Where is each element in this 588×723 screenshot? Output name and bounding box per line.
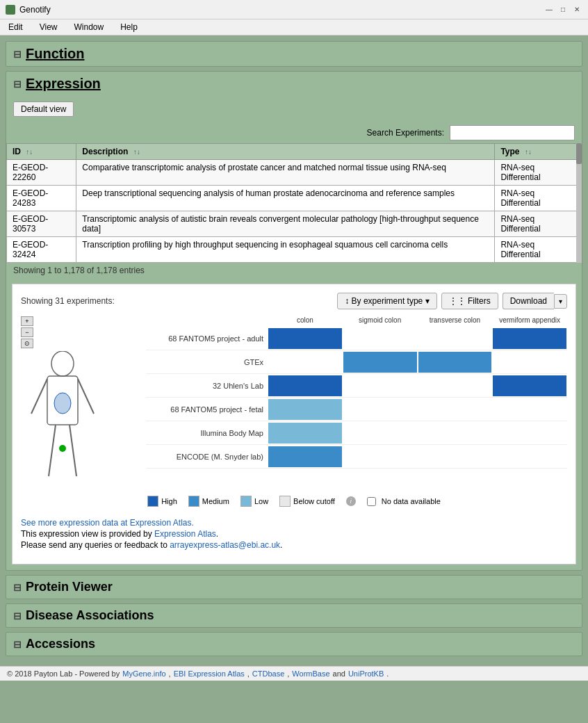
expression-section: ⊟ Expression Default view Search Experim… [6, 71, 582, 571]
email-link[interactable]: arrayexpress-atlas@ebi.ac.uk [170, 540, 280, 550]
heatmap-row-label: Illumina Body Map [146, 429, 268, 437]
scrollbar-thumb[interactable] [576, 143, 582, 164]
heatmap-cell[interactable] [418, 375, 492, 396]
accessions-header[interactable]: ⊟ Accessions [6, 633, 582, 656]
legend-below: Below cutoff [279, 496, 335, 507]
see-more-link[interactable]: See more expression data at Expression A… [21, 518, 194, 528]
col-id[interactable]: ID ↑↓ [7, 144, 76, 160]
heatmap-cell[interactable] [418, 399, 492, 420]
function-toggle-icon: ⊟ [13, 49, 22, 60]
info-icon[interactable]: i [346, 496, 356, 506]
heatmap-cell[interactable] [493, 423, 566, 444]
heatmap-cell[interactable] [268, 375, 342, 396]
heatmap-cell[interactable] [418, 352, 492, 373]
table-row[interactable]: E-GEOD-30573 Transcriptomic analysis of … [7, 211, 582, 237]
heatmap-rows: 68 FANTOM5 project - adultGTEx32 Uhlen's… [146, 327, 567, 469]
filters-button[interactable]: ⋮⋮ Filters [441, 293, 498, 309]
scrollbar[interactable] [576, 143, 582, 263]
menu-view[interactable]: View [37, 21, 60, 33]
disease-associations-header[interactable]: ⊟ Disease Associations [6, 604, 582, 627]
footer-and: and [333, 669, 345, 678]
svg-point-6 [54, 393, 71, 414]
svg-line-4 [49, 425, 56, 476]
heatmap-cell[interactable] [343, 375, 417, 396]
cell-type: RNA-seq Differential [495, 186, 582, 211]
heatmap-cell[interactable] [493, 399, 566, 420]
expression-atlas-link[interactable]: Expression Atlas [154, 529, 216, 539]
footer-link-uniprot[interactable]: UniProtKB [348, 669, 384, 678]
default-view-button[interactable]: Default view [13, 101, 74, 117]
menu-edit[interactable]: Edit [6, 21, 26, 33]
search-bar: Search Experiments: [6, 122, 582, 143]
footer-link-ctd[interactable]: CTDbase [252, 669, 284, 678]
expression-controls: Default view [6, 96, 582, 122]
legend-low-label: Low [254, 497, 268, 505]
heatmap-cell[interactable] [343, 328, 417, 349]
function-section-header[interactable]: ⊟ Function [6, 42, 582, 66]
expression-section-header[interactable]: ⊟ Expression [6, 72, 582, 96]
search-input[interactable] [450, 125, 575, 140]
app-title: Genotify [19, 5, 51, 15]
heatmap-cell[interactable] [268, 446, 342, 467]
maximize-button[interactable]: □ [557, 4, 569, 15]
heatmap-row: ENCODE (M. Snyder lab) [146, 445, 567, 469]
col-description[interactable]: Description ↑↓ [76, 144, 495, 160]
footer-link-mygene[interactable]: MyGene.info [122, 669, 165, 678]
atlas-controls: ↕ By experiment type ▾ ⋮⋮ Filters Downlo… [337, 293, 567, 309]
cell-description: Transcriptomic analysis of autistic brai… [76, 211, 495, 237]
heatmap-cell[interactable] [493, 446, 566, 467]
minimize-button[interactable]: — [544, 4, 555, 15]
heatmap-col-header: vermiform appendix [492, 316, 567, 327]
heatmap-cell[interactable] [268, 352, 342, 373]
heatmap-cell[interactable] [418, 446, 492, 467]
download-button-group: Download ▾ [503, 293, 567, 309]
table-row[interactable]: E-GEOD-24283 Deep transcriptional sequen… [7, 186, 582, 211]
heatmap-cell[interactable] [493, 375, 566, 396]
footer-link-wormbase[interactable]: WormBase [292, 669, 329, 678]
by-experiment-type-button[interactable]: ↕ By experiment type ▾ [337, 293, 436, 309]
legend-high: High [147, 496, 177, 507]
heatmap-cell[interactable] [268, 399, 342, 420]
cell-id: E-GEOD-30573 [7, 211, 76, 237]
heatmap-cell[interactable] [493, 328, 566, 349]
heatmap-col-header: colon [268, 316, 343, 327]
body-zoom-in-button[interactable]: + [21, 316, 33, 326]
download-dropdown-button[interactable]: ▾ [554, 294, 567, 309]
protein-viewer-title: Protein Viewer [26, 580, 113, 594]
heatmap-cell[interactable] [343, 399, 417, 420]
table-container: ID ↑↓ Description ↑↓ Type ↑↓ [6, 143, 582, 263]
menu-window[interactable]: Window [71, 21, 106, 33]
table-row[interactable]: E-GEOD-32424 Transcription profiling by … [7, 237, 582, 263]
protein-viewer-header[interactable]: ⊟ Protein Viewer [6, 576, 582, 599]
download-button[interactable]: Download [503, 293, 554, 309]
heatmap-cell[interactable] [268, 423, 342, 444]
body-reset-button[interactable]: ⊙ [21, 339, 33, 348]
heatmap-cell[interactable] [418, 423, 492, 444]
experiments-table: ID ↑↓ Description ↑↓ Type ↑↓ [6, 143, 582, 263]
heatmap-cell[interactable] [343, 423, 417, 444]
atlas-header: Showing 31 experiments: ↕ By experiment … [21, 293, 567, 309]
disease-associations-section: ⊟ Disease Associations [6, 603, 582, 628]
accessions-toggle-icon: ⊟ [13, 639, 22, 650]
atlas-links: See more expression data at Expression A… [21, 512, 567, 555]
no-data-checkbox[interactable] [367, 497, 376, 506]
heatmap-cell[interactable] [343, 446, 417, 467]
legend-low-box [240, 496, 252, 507]
heatmap-container: + − ⊙ [21, 316, 567, 490]
function-section-title: Function [26, 46, 84, 62]
menu-help[interactable]: Help [117, 21, 140, 33]
footer-link-ebi[interactable]: EBI Expression Atlas [174, 669, 245, 678]
cell-description: Transcription profiling by high throughp… [76, 237, 495, 263]
heatmap-cell[interactable] [268, 328, 342, 349]
legend-high-label: High [161, 497, 177, 505]
body-zoom-out-button[interactable]: − [21, 327, 33, 337]
heatmap-cell[interactable] [493, 352, 566, 373]
heatmap-cell[interactable] [343, 352, 417, 373]
heatmap-cell[interactable] [418, 328, 492, 349]
atlas-info-text2: Please send any queries or feedback to [21, 540, 168, 550]
svg-line-5 [70, 425, 76, 476]
close-button[interactable]: ✕ [571, 4, 582, 15]
heatmap-col-header: transverse colon [418, 316, 493, 327]
table-row[interactable]: E-GEOD-22260 Comparative transcriptomic … [7, 160, 582, 186]
col-type[interactable]: Type ↑↓ [495, 144, 582, 160]
